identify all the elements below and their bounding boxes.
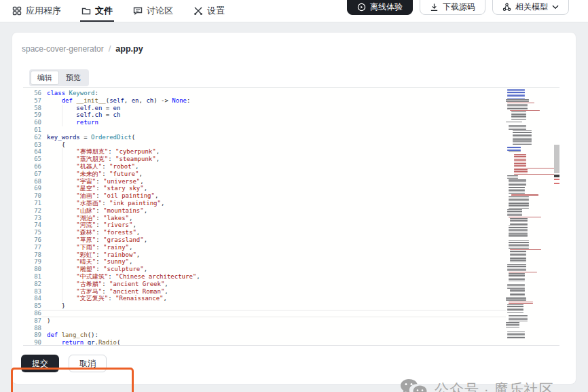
breadcrumb: space-cover-generator / app.py (22, 43, 143, 54)
watermark-text: 公众号 · 魔乐社区 (435, 380, 554, 392)
code-line: "晴天": "sunny", (41, 258, 506, 266)
file-editor-card: space-cover-generator / app.py 编辑 预览 565… (12, 32, 576, 385)
offline-experience-button[interactable]: 离线体验 (347, 0, 413, 15)
code-line: "宇宙": "universe", (41, 178, 506, 185)
code-line: "古罗马": "ancient Roman", (41, 288, 506, 296)
chevron-down-icon (552, 5, 559, 10)
tab-preview[interactable]: 预览 (59, 71, 88, 85)
code-line: "古希腊": "ancient Greek", (41, 281, 506, 288)
editor-line-numbers: 5657585960616263646566676869707172737475… (23, 88, 41, 345)
code-line: self.ch = ch (41, 111, 506, 119)
edit-preview-toggle: 编辑 预览 (29, 69, 89, 86)
code-line: "赛博朋克": "cyberpunk", (41, 148, 506, 156)
nav-item-settings[interactable]: 设置 (194, 0, 225, 22)
scrollbar-position-marker (554, 175, 559, 177)
nav-item-applications[interactable]: 应用程序 (12, 0, 61, 22)
editor-code-content[interactable]: class Keyword: def __init__(self, en, ch… (41, 88, 506, 345)
breadcrumb-repo-link[interactable]: space-cover-generator (22, 44, 104, 54)
code-line: "水墨画": "ink painting", (41, 200, 506, 207)
offline-label: 离线体验 (370, 1, 403, 13)
nav-label: 设置 (207, 5, 225, 17)
play-circle-icon (357, 3, 366, 12)
wechat-icon (399, 378, 428, 392)
breadcrumb-separator: / (109, 43, 111, 54)
code-line: def __init__(self, en, ch) -> None: (41, 97, 506, 105)
top-navbar: 应用程序 文件 讨论区 设置 离线体验 (0, 0, 588, 22)
code-line: "下雨": "rainy", (41, 244, 506, 251)
code-line: class Keyword: (41, 90, 506, 97)
scrollbar-thumb[interactable] (554, 145, 559, 173)
page-background: space-cover-generator / app.py 编辑 预览 565… (0, 22, 588, 392)
breadcrumb-filename: app.py (115, 44, 143, 54)
nav-item-files[interactable]: 文件 (81, 0, 113, 22)
code-line (41, 126, 506, 134)
watermark: 公众号 · 魔乐社区 (399, 378, 554, 392)
editor-scrollbar[interactable] (554, 88, 559, 345)
download-label: 下载源码 (443, 1, 475, 13)
code-line: "机器人": "robot", (41, 163, 506, 171)
scrollbar-error-tick (554, 179, 559, 180)
download-icon (430, 3, 439, 12)
code-line: { (41, 141, 506, 149)
settings-icon (194, 6, 203, 16)
nav-label: 讨论区 (147, 5, 173, 17)
code-line: return gr.Radio( (41, 339, 506, 345)
cancel-button[interactable]: 取消 (69, 355, 107, 372)
editor-minimap[interactable] (506, 88, 554, 345)
code-line: "文艺复兴": "Renaissance", (41, 295, 506, 302)
download-source-button[interactable]: 下载源码 (420, 0, 485, 15)
submit-button[interactable]: 提交 (21, 355, 59, 372)
form-actions: 提交 取消 (21, 355, 107, 372)
nav-item-discussion[interactable]: 讨论区 (133, 0, 173, 22)
code-line: "湖泊": "lakes", (41, 215, 506, 222)
code-editor[interactable]: 5657585960616263646566676869707172737475… (23, 87, 559, 346)
apps-icon (12, 6, 22, 16)
discussion-icon (133, 6, 143, 16)
code-line: "河流": "rivers", (41, 221, 506, 229)
tab-edit[interactable]: 编辑 (31, 71, 59, 85)
scrollbar-error-tick (554, 183, 559, 184)
model-nodes-icon (502, 3, 511, 12)
code-line: key_words = OrderedDict( (41, 134, 506, 141)
code-line: "雕塑": "sculpture", (41, 266, 506, 273)
code-line: "油画": "oil painting", (41, 192, 506, 200)
related-models-button[interactable]: 相关模型 (492, 0, 569, 15)
code-line (41, 310, 506, 317)
code-line: "森林": "forests", (41, 229, 506, 236)
code-line: self.en = en (41, 105, 506, 112)
code-line: def lang_ch(): (41, 332, 506, 339)
code-line: "蒸汽朋克": "steampunk", (41, 156, 506, 163)
code-line: "彩虹": "rainbow", (41, 251, 506, 259)
nav-label: 文件 (95, 5, 113, 17)
code-line (41, 325, 506, 332)
code-line: return (41, 119, 506, 126)
files-icon (81, 6, 91, 16)
code-line: } (41, 302, 506, 310)
code-line: "星空": "stary sky", (41, 185, 506, 192)
header-actions: 离线体验 下载源码 相关模型 (347, 0, 569, 15)
models-label: 相关模型 (515, 1, 548, 13)
code-line: "草原": "grassland", (41, 236, 506, 244)
code-line: ) (41, 317, 506, 325)
code-line: "山脉": "mountains", (41, 207, 506, 215)
code-line: "未来的": "future", (41, 171, 506, 178)
code-line: "中式建筑": "Chinese architecture", (41, 273, 506, 281)
nav-label: 应用程序 (26, 5, 61, 17)
